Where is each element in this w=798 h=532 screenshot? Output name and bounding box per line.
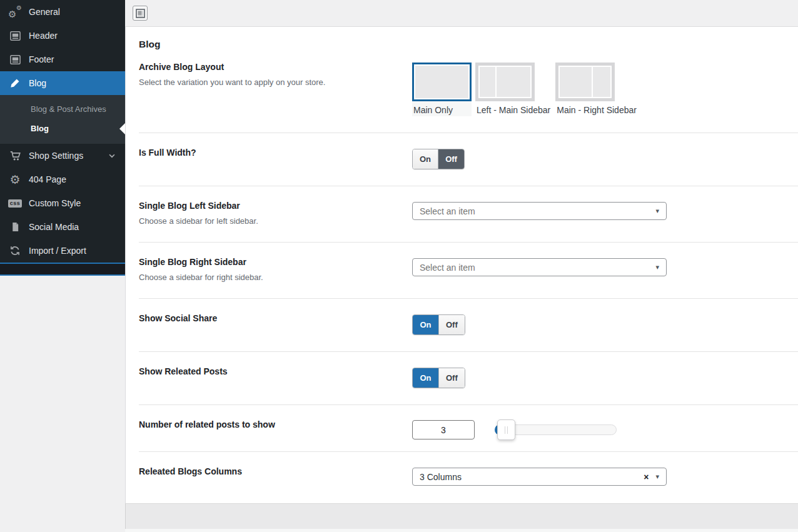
sidebar-item-label: General: [29, 7, 60, 17]
layout-variations: Main Only Left - Main Sidebar: [412, 63, 798, 116]
layout-thumbnail: [555, 63, 615, 101]
gears-icon: ⚙ ⚙: [8, 5, 22, 19]
sidebar-item-footer[interactable]: Footer: [0, 48, 125, 71]
select-value: 3 Columns: [420, 472, 644, 482]
refresh-icon: [8, 244, 22, 258]
setting-label: Show Social Share: [139, 313, 397, 323]
settings-panel: Blog Archive Blog Layout Select the vari…: [125, 27, 798, 503]
layout-thumbnail: [475, 63, 535, 101]
sidebar-item-label: 404 Page: [29, 174, 66, 184]
layout-option-left-main-sidebar[interactable]: Left - Main Sidebar: [475, 63, 552, 116]
setting-row-left-sidebar: Single Blog Left Sidebar Choose a sideba…: [139, 186, 798, 243]
sidebar-item-label: Import / Export: [29, 246, 86, 256]
setting-label: Single Blog Left Sidebar: [139, 201, 397, 211]
setting-row-right-sidebar: Single Blog Right Sidebar Choose a sideb…: [139, 243, 798, 299]
related-count-input[interactable]: [412, 420, 475, 439]
sidebar-item-404-page[interactable]: ⚙ 404 Page: [0, 168, 125, 191]
slider-handle[interactable]: [497, 419, 515, 440]
admin-sidebar: ⚙ ⚙ General Header Footer Blog Bl: [0, 0, 125, 276]
layout-option-label: Main Only: [412, 101, 472, 116]
sidebar-item-blog[interactable]: Blog: [0, 71, 125, 95]
admin-menu: ⚙ ⚙ General Header Footer Blog Bl: [0, 0, 125, 276]
related-columns-select[interactable]: 3 Columns × ▾: [412, 468, 667, 486]
page-icon: [8, 220, 22, 234]
clear-selection-icon[interactable]: ×: [644, 473, 649, 481]
toggle-off-button[interactable]: Off: [438, 315, 465, 334]
related-posts-toggle: On Off: [412, 368, 465, 388]
chevron-down-icon: ▾: [655, 208, 659, 214]
toggle-on-button[interactable]: On: [413, 149, 438, 169]
sidebar-item-shop-settings[interactable]: Shop Settings: [0, 144, 125, 168]
setting-description: Choose a sidebar for left sidebar.: [139, 216, 397, 226]
setting-row-archive-layout: Archive Blog Layout Select the variation…: [139, 50, 798, 133]
setting-row-related-posts: Show Releated Posts On Off: [139, 352, 798, 405]
footer-strip: [125, 529, 798, 532]
submenu-item-blog[interactable]: Blog: [0, 119, 125, 138]
chevron-down-icon: [108, 151, 116, 160]
chevron-down-icon: ▾: [655, 264, 659, 271]
blog-submenu: Blog & Post Archives Blog: [0, 95, 125, 144]
setting-label: Releated Blogs Columns: [139, 466, 397, 476]
setting-label: Archive Blog Layout: [139, 62, 397, 72]
layout-preview-icon: [136, 9, 145, 18]
sidebar-item-label: Footer: [29, 54, 54, 64]
cart-icon: [8, 149, 22, 163]
setting-description: Choose a sidebar for right sidebar.: [139, 273, 397, 282]
submenu-item-blog-post-archives[interactable]: Blog & Post Archives: [0, 99, 125, 119]
layout-icon: [8, 29, 22, 43]
layout-thumbnail: [412, 63, 472, 101]
full-width-toggle: On Off: [412, 149, 465, 169]
pencil-icon: [8, 76, 22, 90]
page-title: Blog: [139, 39, 798, 50]
footer-band: [125, 503, 798, 529]
menu-footer-bar: [0, 263, 125, 276]
grip-icon: [507, 426, 508, 434]
toggle-on-button[interactable]: On: [413, 368, 438, 388]
sidebar-item-label: Custom Style: [29, 198, 81, 208]
layout-preview-button[interactable]: [133, 6, 148, 21]
layout-option-label: Left - Main Sidebar: [475, 101, 552, 116]
sidebar-item-label: Social Media: [29, 222, 79, 232]
setting-label: Number of related posts to show: [139, 419, 397, 429]
sidebar-item-social-media[interactable]: Social Media: [0, 215, 125, 239]
setting-row-full-width: Is Full Width? On Off: [139, 133, 798, 186]
grip-icon: [505, 426, 505, 434]
sidebar-item-label: Blog: [29, 78, 46, 88]
select-placeholder: Select an item: [420, 263, 655, 273]
layout-icon: [8, 53, 22, 66]
select-placeholder: Select an item: [420, 206, 655, 216]
related-count-slider: [495, 419, 617, 440]
right-sidebar-select[interactable]: Select an item ▾: [412, 258, 667, 276]
layout-option-label: Main - Right Sidebar: [555, 101, 638, 116]
setting-row-related-columns: Releated Blogs Columns 3 Columns × ▾: [139, 452, 798, 502]
setting-row-related-count: Number of related posts to show: [139, 405, 798, 452]
sidebar-item-header[interactable]: Header: [0, 24, 125, 48]
layout-option-main-right-sidebar[interactable]: Main - Right Sidebar: [555, 63, 638, 116]
sidebar-item-import-export[interactable]: Import / Export: [0, 239, 125, 263]
gear-icon: ⚙: [8, 173, 22, 186]
current-item-arrow-icon: [114, 123, 125, 134]
toggle-on-button[interactable]: On: [413, 315, 438, 334]
toggle-off-button[interactable]: Off: [438, 149, 464, 169]
sidebar-item-label: Shop Settings: [29, 151, 83, 161]
left-sidebar-select[interactable]: Select an item ▾: [412, 202, 667, 220]
toggle-off-button[interactable]: Off: [438, 368, 465, 388]
css-badge-icon: css: [8, 196, 22, 210]
top-toolbar: [125, 0, 798, 27]
sidebar-item-custom-style[interactable]: css Custom Style: [0, 191, 125, 215]
layout-option-main-only[interactable]: Main Only: [412, 63, 472, 116]
setting-description: Select the variation you want to apply o…: [139, 78, 397, 87]
setting-label: Is Full Width?: [139, 148, 397, 158]
sidebar-item-label: Header: [29, 31, 58, 41]
setting-label: Single Blog Right Sidebar: [139, 257, 397, 267]
chevron-down-icon: ▾: [655, 473, 659, 480]
social-share-toggle: On Off: [412, 314, 465, 335]
sidebar-item-general[interactable]: ⚙ ⚙ General: [0, 0, 125, 24]
setting-label: Show Releated Posts: [139, 366, 397, 376]
setting-row-social-share: Show Social Share On Off: [139, 299, 798, 352]
